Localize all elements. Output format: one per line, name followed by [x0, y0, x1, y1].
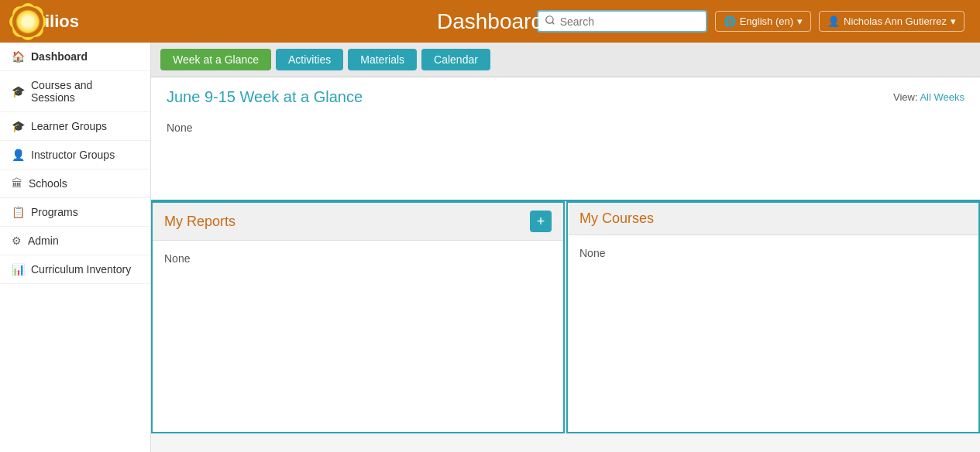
week-title: June 9-15 Week at a Glance — [167, 88, 363, 106]
user-dropdown-arrow-icon: ▾ — [951, 15, 956, 27]
sidebar-item-curriculum-inventory[interactable]: 📊 Curriculum Inventory — [0, 255, 150, 284]
curriculum-icon: 📊 — [12, 263, 25, 276]
all-weeks-link[interactable]: All Weeks — [920, 91, 965, 103]
main-content: Week at a Glance Activities Materials Ca… — [151, 43, 980, 452]
header-right: 🌐 English (en) ▾ 👤 Nicholas Ann Gutierre… — [537, 10, 965, 33]
bottom-panels: My Reports + None My Courses None — [151, 201, 980, 433]
view-link-container: View: All Weeks — [893, 91, 965, 103]
sidebar-item-dashboard[interactable]: 🏠 Dashboard — [0, 43, 150, 71]
sidebar-item-programs[interactable]: 📋 Programs — [0, 198, 150, 227]
home-icon: 🏠 — [12, 50, 25, 63]
add-report-button[interactable]: + — [530, 211, 552, 232]
sidebar-label-courses: Courses and Sessions — [31, 79, 139, 104]
user-icon: 👤 — [827, 15, 840, 27]
search-icon — [545, 15, 555, 28]
sidebar-label-dashboard: Dashboard — [31, 50, 88, 63]
week-header: June 9-15 Week at a Glance View: All Wee… — [151, 77, 980, 114]
admin-icon: ⚙ — [12, 235, 22, 247]
my-reports-content: None — [164, 252, 190, 265]
app-logo: ilios — [15, 9, 79, 34]
tab-calendar[interactable]: Calendar — [421, 49, 490, 70]
tab-materials[interactable]: Materials — [348, 49, 417, 70]
sidebar-label-admin: Admin — [28, 235, 59, 247]
logo-text: ilios — [45, 12, 79, 32]
my-courses-title: My Courses — [579, 211, 654, 227]
language-selector[interactable]: 🌐 English (en) ▾ — [715, 11, 811, 32]
week-body: None — [151, 114, 980, 149]
language-label: English (en) — [740, 15, 793, 27]
user-name-label: Nicholas Ann Gutierrez — [844, 15, 947, 27]
svg-point-0 — [545, 16, 552, 23]
sidebar-item-courses-sessions[interactable]: 🎓 Courses and Sessions — [0, 71, 150, 112]
my-courses-body: None — [568, 235, 978, 271]
view-prefix: View: — [893, 91, 918, 103]
page-title: Dashboard — [437, 9, 543, 34]
sidebar-item-admin[interactable]: ⚙ Admin — [0, 227, 150, 255]
dropdown-arrow-icon: ▾ — [797, 15, 803, 27]
sidebar-label-schools: Schools — [29, 177, 67, 190]
tab-week-at-a-glance[interactable]: Week at a Glance — [160, 49, 271, 70]
my-courses-content: None — [579, 247, 605, 259]
search-input[interactable] — [560, 15, 700, 28]
my-courses-panel: My Courses None — [566, 201, 980, 433]
my-reports-body: None — [153, 241, 563, 276]
sidebar-item-instructor-groups[interactable]: 👤 Instructor Groups — [0, 141, 150, 170]
my-courses-header: My Courses — [568, 203, 978, 235]
my-reports-header: My Reports + — [153, 203, 563, 241]
sidebar-item-schools[interactable]: 🏛 Schools — [0, 170, 150, 198]
week-at-a-glance-section: June 9-15 Week at a Glance View: All Wee… — [151, 77, 980, 201]
sidebar-item-learner-groups[interactable]: 🎓 Learner Groups — [0, 112, 150, 141]
week-content: None — [167, 122, 192, 134]
globe-icon: 🌐 — [724, 15, 736, 27]
my-reports-title: My Reports — [164, 214, 236, 230]
tabs-bar: Week at a Glance Activities Materials Ca… — [151, 43, 980, 77]
sidebar-label-curriculum: Curriculum Inventory — [31, 263, 131, 276]
svg-line-1 — [552, 22, 554, 25]
logo-sun-icon — [15, 9, 40, 34]
sidebar-label-learner-groups: Learner Groups — [31, 120, 107, 132]
learner-icon: 🎓 — [12, 120, 25, 132]
app-header: ilios Dashboard 🌐 English (en) ▾ 👤 Nicho… — [0, 0, 980, 43]
search-box — [537, 10, 707, 33]
courses-icon: 🎓 — [12, 85, 25, 98]
sidebar: 🏠 Dashboard 🎓 Courses and Sessions 🎓 Lea… — [0, 43, 151, 452]
user-menu-button[interactable]: 👤 Nicholas Ann Gutierrez ▾ — [819, 11, 965, 32]
schools-icon: 🏛 — [12, 177, 22, 190]
tab-activities[interactable]: Activities — [276, 49, 343, 70]
programs-icon: 📋 — [12, 206, 25, 218]
sidebar-label-instructor-groups: Instructor Groups — [31, 149, 115, 161]
app-layout: 🏠 Dashboard 🎓 Courses and Sessions 🎓 Lea… — [0, 43, 980, 452]
sidebar-label-programs: Programs — [31, 206, 78, 218]
instructor-icon: 👤 — [12, 149, 25, 161]
my-reports-panel: My Reports + None — [151, 201, 565, 433]
